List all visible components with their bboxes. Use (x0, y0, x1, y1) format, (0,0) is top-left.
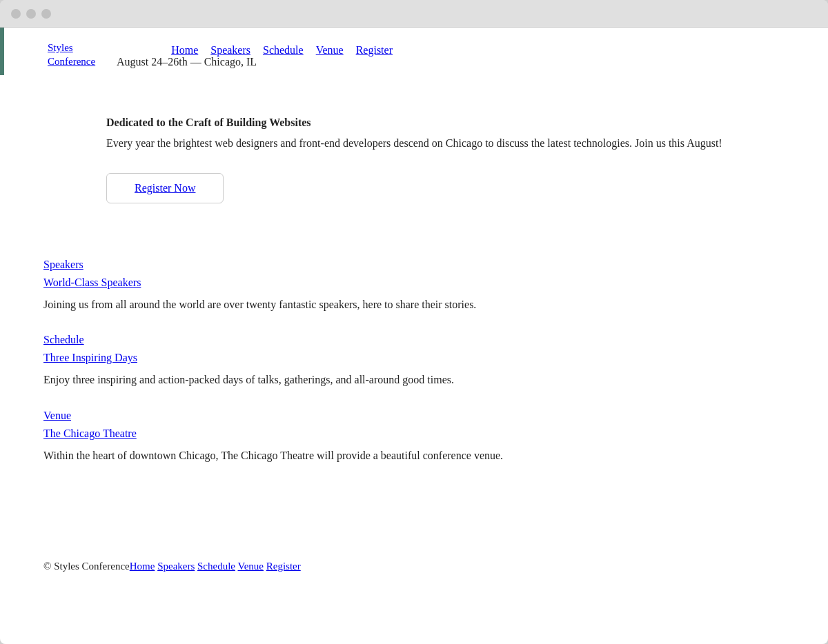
footer-copyright: © Styles Conference (43, 561, 130, 572)
hero-description: Every year the brightest web designers a… (106, 134, 762, 152)
schedule-label-link[interactable]: Schedule (43, 334, 785, 346)
footer-text: © Styles ConferenceHome Speakers Schedul… (43, 561, 785, 572)
site-footer: © Styles ConferenceHome Speakers Schedul… (0, 533, 828, 593)
schedule-title-link[interactable]: Three Inspiring Days (43, 352, 785, 364)
nav-venue[interactable]: Venue (316, 44, 344, 57)
minimize-btn[interactable] (26, 9, 36, 19)
browser-window: Styles Conference Home Speakers Schedule… (0, 0, 828, 644)
schedule-text: Enjoy three inspiring and action-packed … (43, 371, 664, 389)
header-date: August 24–26th — Chicago, IL (117, 54, 257, 68)
footer-home[interactable]: Home (130, 561, 155, 572)
schedule-section: Schedule Three Inspiring Days Enjoy thre… (43, 334, 785, 389)
nav-schedule[interactable]: Schedule (263, 44, 304, 57)
footer-schedule[interactable]: Schedule (197, 561, 235, 572)
venue-text: Within the heart of downtown Chicago, Th… (43, 447, 664, 465)
content-sections: Speakers World-Class Speakers Joining us… (0, 245, 828, 513)
site-header: Styles Conference Home Speakers Schedule… (0, 28, 828, 75)
browser-titlebar (0, 0, 828, 28)
site-logo[interactable]: Styles Conference (48, 41, 95, 68)
hero-section: Dedicated to the Craft of Building Websi… (0, 75, 828, 245)
close-btn[interactable] (11, 9, 21, 19)
footer-register[interactable]: Register (266, 561, 301, 572)
venue-title-link[interactable]: The Chicago Theatre (43, 427, 785, 440)
nav-register[interactable]: Register (356, 44, 393, 57)
venue-section: Venue The Chicago Theatre Within the hea… (43, 410, 785, 465)
browser-content: Styles Conference Home Speakers Schedule… (0, 28, 828, 644)
venue-label-link[interactable]: Venue (43, 410, 785, 422)
hero-subtitle: Dedicated to the Craft of Building Websi… (106, 117, 785, 129)
footer-speakers[interactable]: Speakers (157, 561, 195, 572)
register-now-button[interactable]: Register Now (106, 173, 224, 203)
maximize-btn[interactable] (41, 9, 51, 19)
speakers-title-link[interactable]: World-Class Speakers (43, 276, 785, 289)
speakers-section: Speakers World-Class Speakers Joining us… (43, 259, 785, 314)
footer-venue[interactable]: Venue (238, 561, 264, 572)
speakers-label-link[interactable]: Speakers (43, 259, 785, 271)
speakers-text: Joining us from all around the world are… (43, 296, 664, 314)
